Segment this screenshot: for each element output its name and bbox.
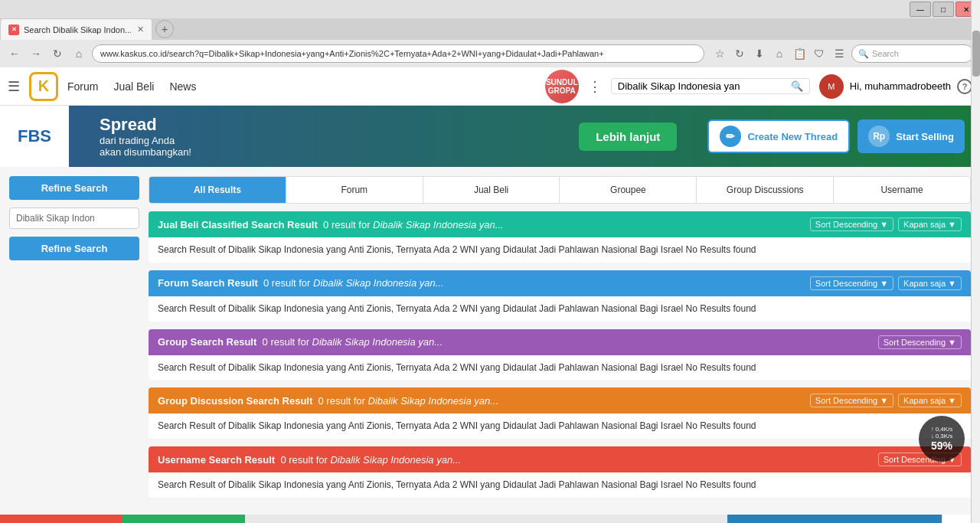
banner-content: Spread dari trading Anda akan disumbangk… bbox=[84, 107, 556, 165]
sundul-circle-icon: SUNDULGROPA bbox=[545, 70, 579, 103]
shield-icon[interactable]: 🛡 bbox=[812, 46, 827, 61]
tab-groupee[interactable]: Groupee bbox=[560, 177, 697, 203]
username-greeting: Hi, muhammadrobeeth bbox=[850, 80, 951, 92]
username-result-section: Username Search Result 0 result for Diba… bbox=[149, 446, 971, 498]
banner-line2: dari trading Anda bbox=[100, 135, 541, 146]
bottom-ad-bar: Matahari Mall THR JANGAN DIPENDAM, JADIK… bbox=[0, 515, 980, 523]
forum-result-header: Forum Search Result 0 result for Dibalik… bbox=[149, 270, 971, 296]
tab-all-results[interactable]: All Results bbox=[149, 177, 286, 203]
tab-group-discussions[interactable]: Group Discussions bbox=[697, 177, 834, 203]
speed-indicator: ↑0,4K/s ↓0,3K/s 59% bbox=[919, 416, 965, 462]
group-discussion-time-button[interactable]: Kapan saja ▼ bbox=[898, 394, 962, 407]
create-thread-label: Create New Thread bbox=[747, 131, 838, 142]
refresh-button[interactable]: ↻ bbox=[49, 45, 66, 62]
jual-beli-result-body: Search Result of Dibalik Sikap Indonesia… bbox=[149, 237, 971, 263]
results-area: All Results Forum Jual Beli Groupee Grou… bbox=[149, 176, 971, 505]
thr-ad[interactable]: THR bbox=[122, 515, 245, 523]
download-icon[interactable]: ⬇ bbox=[752, 46, 767, 61]
back-button[interactable]: ← bbox=[6, 45, 23, 62]
jual-beli-result-title: Jual Beli Classified Search Result 0 res… bbox=[158, 219, 504, 230]
scrollbar-thumb[interactable] bbox=[972, 31, 980, 77]
create-new-thread-button[interactable]: ✏ Create New Thread bbox=[707, 119, 850, 153]
sidebar: Refine Search Refine Search bbox=[9, 176, 139, 505]
banner-ad: FBS Spread dari trading Anda akan disumb… bbox=[0, 106, 980, 167]
group-discussion-result-header: Group Discussion Search Result 0 result … bbox=[149, 387, 971, 413]
username-result-header: Username Search Result 0 result for Diba… bbox=[149, 446, 971, 472]
tab-username[interactable]: Username bbox=[834, 177, 970, 203]
hamburger-menu-icon[interactable]: ☰ bbox=[8, 78, 20, 95]
tab-favicon: ✕ bbox=[8, 25, 19, 35]
sidebar-refine-button[interactable]: Refine Search bbox=[9, 237, 139, 260]
group-result-section: Group Search Result 0 result for Dibalik… bbox=[149, 329, 971, 381]
jual-beli-nav-link[interactable]: Jual Beli bbox=[113, 80, 154, 93]
jual-beli-result-header: Jual Beli Classified Search Result 0 res… bbox=[149, 211, 971, 237]
lebih-lanjut-button[interactable]: Lebih lanjut bbox=[579, 123, 677, 151]
address-bar[interactable] bbox=[92, 44, 704, 63]
forum-time-button[interactable]: Kapan saja ▼ bbox=[898, 276, 962, 290]
forum-result-section: Forum Search Result 0 result for Dibalik… bbox=[149, 270, 971, 322]
group-discussion-sort-area: Sort Descending ▼ Kapan saja ▼ bbox=[810, 394, 962, 407]
forum-result-body: Search Result of Dibalik Sikap Indonesia… bbox=[149, 296, 971, 322]
banner-right-actions: ✏ Create New Thread Rp Start Selling bbox=[692, 119, 980, 153]
site-search-area[interactable]: 🔍 bbox=[611, 78, 810, 94]
banner-line1: Spread bbox=[100, 115, 541, 135]
username-result-body: Search Result of Dibalik Sikap Indonesia… bbox=[149, 472, 971, 498]
maximize-button[interactable]: □ bbox=[933, 2, 954, 17]
search-placeholder: Search bbox=[872, 49, 899, 58]
matahari-mall-ad[interactable]: Matahari Mall bbox=[0, 515, 122, 523]
group-result-body: Search Result of Dibalik Sikap Indonesia… bbox=[149, 355, 971, 381]
sidebar-search-input[interactable] bbox=[9, 208, 139, 229]
news-nav-link[interactable]: News bbox=[169, 80, 196, 93]
forum-sort-button[interactable]: Sort Descending ▼ bbox=[810, 276, 893, 290]
header-more-icon[interactable]: ⋮ bbox=[588, 78, 602, 95]
site-search-icon[interactable]: 🔍 bbox=[791, 80, 803, 92]
group-sort-button[interactable]: Sort Descending ▼ bbox=[878, 335, 962, 349]
jual-beli-sort-button[interactable]: Sort Descending ▼ bbox=[810, 217, 893, 231]
tab-close-icon[interactable]: ✕ bbox=[137, 25, 144, 34]
forum-sort-area: Sort Descending ▼ Kapan saja ▼ bbox=[810, 276, 962, 290]
jual-beli-result-section: Jual Beli Classified Search Result 0 res… bbox=[149, 211, 971, 263]
minimize-button[interactable]: — bbox=[910, 2, 931, 17]
group-discussion-result-body: Search Result of Dibalik Sikap Indonesia… bbox=[149, 413, 971, 439]
group-result-header: Group Search Result 0 result for Dibalik… bbox=[149, 329, 971, 355]
tab-title: Search Dibalik Sikap Indon... bbox=[24, 25, 131, 34]
browser-search-box[interactable]: 🔍 Search bbox=[851, 44, 974, 63]
fbs-logo: FBS bbox=[0, 106, 69, 167]
forum-result-title: Forum Search Result 0 result for Dibalik… bbox=[158, 277, 444, 289]
middle-ad[interactable]: JANGAN DIPENDAM, JADIKAN bbox=[245, 515, 727, 523]
jual-beli-sort-area: Sort Descending ▼ Kapan saja ▼ bbox=[810, 217, 962, 231]
sundul-logo: SUNDULGROPA bbox=[545, 71, 579, 102]
menu-icon[interactable]: ☰ bbox=[831, 46, 847, 61]
group-discussion-result-title: Group Discussion Search Result 0 result … bbox=[158, 395, 498, 407]
rp-icon: Rp bbox=[868, 126, 890, 147]
header-navigation: Forum Jual Beli News bbox=[67, 80, 536, 93]
header-right-area: M Hi, muhammadrobeeth ? bbox=[819, 74, 972, 99]
username-result-title: Username Search Result 0 result for Diba… bbox=[158, 454, 461, 466]
refine-search-header[interactable]: Refine Search bbox=[9, 176, 139, 200]
kaskus-logo[interactable]: K bbox=[29, 72, 58, 101]
forum-nav-link[interactable]: Forum bbox=[67, 80, 98, 93]
banner-line3: akan disumbangkan! bbox=[100, 146, 541, 158]
group-result-title: Group Search Result 0 result for Dibalik… bbox=[158, 336, 443, 348]
browser-scrollbar[interactable] bbox=[971, 0, 980, 523]
jual-beli-time-button[interactable]: Kapan saja ▼ bbox=[898, 217, 962, 231]
site-search-input[interactable] bbox=[618, 80, 788, 92]
group-discussion-sort-button[interactable]: Sort Descending ▼ bbox=[810, 394, 893, 407]
new-tab-button[interactable]: + bbox=[155, 20, 174, 38]
refresh-icon[interactable]: ↻ bbox=[732, 46, 747, 61]
group-sort-area: Sort Descending ▼ bbox=[878, 335, 962, 349]
home-icon[interactable]: ⌂ bbox=[772, 46, 787, 61]
user-avatar: M bbox=[819, 74, 844, 99]
kuota-ad[interactable]: KUOTA TERBATAS, BERLAKU TANGGAL 20 - 23 … bbox=[727, 515, 942, 523]
history-icon[interactable]: 📋 bbox=[792, 46, 807, 61]
pencil-icon: ✏ bbox=[720, 126, 741, 147]
bookmark-icon[interactable]: ☆ bbox=[712, 46, 727, 61]
forward-button[interactable]: → bbox=[28, 45, 44, 62]
home-button[interactable]: ⌂ bbox=[70, 45, 87, 62]
active-browser-tab[interactable]: ✕ Search Dibalik Sikap Indon... ✕ bbox=[0, 18, 152, 40]
tab-jual-beli[interactable]: Jual Beli bbox=[423, 177, 560, 203]
tab-forum[interactable]: Forum bbox=[286, 177, 423, 203]
filter-tabs: All Results Forum Jual Beli Groupee Grou… bbox=[149, 176, 971, 204]
help-icon[interactable]: ? bbox=[957, 79, 972, 94]
start-selling-button[interactable]: Rp Start Selling bbox=[858, 119, 965, 153]
